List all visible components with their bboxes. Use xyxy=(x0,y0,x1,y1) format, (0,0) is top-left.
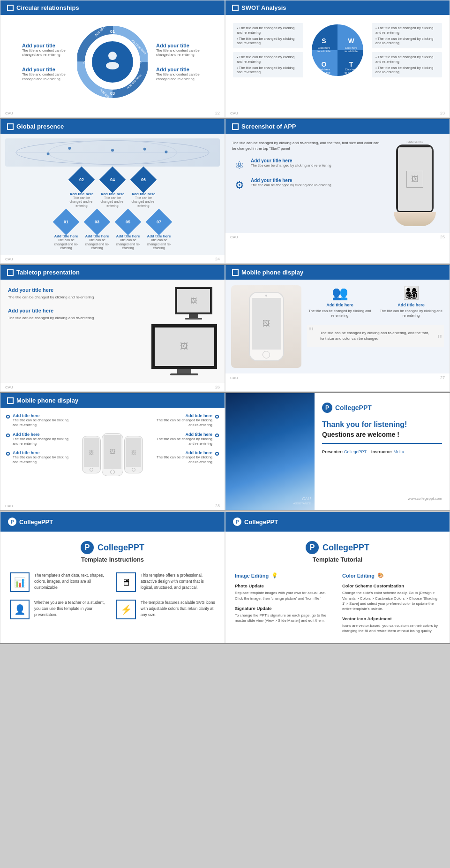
circ-item-1: Add your title The title and content can… xyxy=(22,43,69,58)
instr-item-1: 📊 The template's chart data, text, shape… xyxy=(10,572,109,592)
cp-logo-icon: P xyxy=(322,403,332,413)
svg-text:Click here: Click here xyxy=(318,68,330,71)
phone-speaker xyxy=(265,295,267,297)
global-item-6: 06 Add title here Title can be changed a… xyxy=(129,170,158,208)
thankyou-sub: Questions are welcome ! xyxy=(322,431,442,444)
slide-title-app: Screenshot of APP xyxy=(241,123,296,130)
slide-footer-app: CAU 25 xyxy=(225,233,450,241)
mobile3-item-1: Add title here The title can be changed … xyxy=(6,413,73,427)
phone-left-btn xyxy=(90,468,93,472)
instr-grid: 📊 The template's chart data, text, shape… xyxy=(10,572,215,619)
slide-title-mobile-r: Mobile phone display xyxy=(241,269,303,276)
svg-text:Click here: Click here xyxy=(345,46,358,49)
svg-text:O: O xyxy=(322,61,327,68)
svg-text:Click here: Click here xyxy=(345,68,358,71)
mobile-r-feat-1: 👥 Add title here The title can be change… xyxy=(307,285,373,318)
tut-sec1-item1: Photo Update Replace template images wit… xyxy=(235,583,333,601)
mobile-r-features: 👥 Add title here The title can be change… xyxy=(307,285,444,318)
mobile-r-feat-2: 👨‍👩‍👧‍👦 Add title here The title can be … xyxy=(378,285,444,318)
phone-center-screen: 🖼 xyxy=(104,435,121,469)
svg-text:to add title: to add title xyxy=(345,71,358,74)
mobile3-item-2: Add title here The title can be changed … xyxy=(6,432,73,446)
header-icon-swot xyxy=(232,5,239,11)
svg-point-10 xyxy=(106,62,119,69)
slide-footer-circular: CAU 22 xyxy=(0,109,225,117)
instr-item-3: 👤 Whether you are a teacher or a student… xyxy=(10,600,109,619)
tut-logo-title: P CollegePPT xyxy=(235,541,440,554)
svg-point-33 xyxy=(165,151,168,153)
global-items: 02 Add title here Title can be changed a… xyxy=(5,170,220,250)
quote-close: " xyxy=(437,333,442,346)
slide-title-tabletop: Tabletop presentation xyxy=(16,269,80,276)
phone-center-btn xyxy=(110,470,115,474)
three-phones: 🖼 🖼 🖼 xyxy=(77,413,148,496)
mobile3-left: Add title here The title can be changed … xyxy=(6,413,73,496)
header-icon-global xyxy=(7,123,14,130)
phone-right-screen: 🖼 xyxy=(126,438,141,467)
slide-footer-tabletop: CAU 26 xyxy=(0,383,225,391)
svg-text:to add title: to add title xyxy=(345,50,358,53)
slide-footer-swot: CAU 23 xyxy=(225,109,450,117)
tut-col-1: Image Editing 💡 Photo Update Replace tem… xyxy=(235,572,333,633)
global-body: 02 Add title here Title can be changed a… xyxy=(0,134,225,255)
swot-body: • The title can be changed by clicking a… xyxy=(225,15,450,109)
slide-tutorial: P CollegePPT P CollegePPT Template Tutor… xyxy=(225,511,450,643)
slide-header-mobile-3: Mobile phone display xyxy=(0,393,225,408)
world-map xyxy=(5,138,220,167)
thankyou-content: P CollegePPT Thank you for listening! Qu… xyxy=(315,393,450,510)
instr-main-logo-icon: P xyxy=(81,541,94,554)
tut-grid: Image Editing 💡 Photo Update Replace tem… xyxy=(235,572,440,633)
svg-text:04: 04 xyxy=(83,61,88,65)
slide-thankyou: CAU ASSISTANCE P CollegePPT Thank you fo… xyxy=(225,393,450,510)
instr-header-logo: P CollegePPT xyxy=(8,518,217,526)
svg-text:02: 02 xyxy=(137,61,142,65)
instr-logo-title: P CollegePPT xyxy=(10,541,215,554)
instr-icon-1: 📊 xyxy=(10,572,30,592)
instr-icon-3: 👤 xyxy=(10,600,30,619)
slide-title-mobile-3: Mobile phone display xyxy=(16,397,78,404)
hand-phone: 🖼 xyxy=(249,292,284,361)
tut-col-2: Color Editing 🎨 Color Scheme Customizati… xyxy=(342,572,440,633)
tabletop-right: 🖼 🖼 xyxy=(116,287,217,375)
slide-header-mobile-r: Mobile phone display xyxy=(225,265,450,280)
tut-section-2-title: Color Editing 🎨 xyxy=(342,572,440,579)
slide-footer-mobile-3: CAU 28 xyxy=(0,502,225,510)
arch-logo: CAU ASSISTANCE xyxy=(293,496,311,505)
swot-diagram: S W O T Click here to add title Click he… xyxy=(307,20,368,81)
mobile3-item-5: Add title here The title can be changed … xyxy=(152,432,219,446)
atom-icon-1: ⚛ xyxy=(232,158,247,173)
tut-header-logo: P CollegePPT xyxy=(233,518,442,526)
mobile3-body: Add title here The title can be changed … xyxy=(0,408,225,502)
app-feature-1: ⚛ Add your title here The title can be c… xyxy=(232,158,380,173)
tabletop-body: Add your title here The title can be cha… xyxy=(0,280,225,383)
svg-text:Click here: Click here xyxy=(318,46,330,49)
tut-sec2-item2: Vector Icon Adjustment Icons are vector-… xyxy=(342,616,440,633)
swot-svg: S W O T Click here to add title Click he… xyxy=(307,20,368,81)
app-phone: SAMSUNG 🖼 xyxy=(387,140,443,226)
quote-open: " xyxy=(309,326,314,339)
app-feature-2: ⚙ Add your title here The title can be c… xyxy=(232,178,380,193)
thankyou-info: Presenter: CollegePPT Instructor: Mr.Lu xyxy=(322,449,442,454)
tut-section-1-title: Image Editing 💡 xyxy=(235,572,333,579)
phone-right-btn xyxy=(132,468,135,472)
svg-point-31 xyxy=(111,149,114,152)
svg-text:to add title: to add title xyxy=(317,71,330,74)
instr-text-1: The template's chart data, text, shapes,… xyxy=(34,572,109,590)
svg-point-34 xyxy=(47,152,50,155)
slide-circular: Circular relationships Add your title Th… xyxy=(0,0,225,118)
gear-icon-1: ⚙ xyxy=(232,178,247,193)
circular-body: Add your title The title and content can… xyxy=(0,15,225,109)
quote-block: " The title can be changed by clicking a… xyxy=(307,325,444,347)
svg-point-32 xyxy=(143,148,146,151)
circ-item-4: Add your title The title and content can… xyxy=(22,67,69,82)
mobile-r-body: 🖼 👥 Add title here The title can be chan… xyxy=(225,280,450,373)
slide-mobile-r: Mobile phone display 🖼 👥 Add title here xyxy=(225,265,450,392)
monitor-large-screen: 🖼 xyxy=(155,327,214,366)
svg-point-30 xyxy=(68,147,71,150)
slide-header-app: Screenshot of APP xyxy=(225,119,450,134)
mobile3-right: Add title here The title can be changed … xyxy=(152,413,219,496)
instr-text-3: Whether you are a teacher or a student, … xyxy=(34,600,109,617)
slide-title-swot: SWOT Analysis xyxy=(241,4,286,11)
instr-logo-icon: P xyxy=(8,518,16,526)
global-item-7: 07 Add title here Title can be changed a… xyxy=(145,213,173,250)
